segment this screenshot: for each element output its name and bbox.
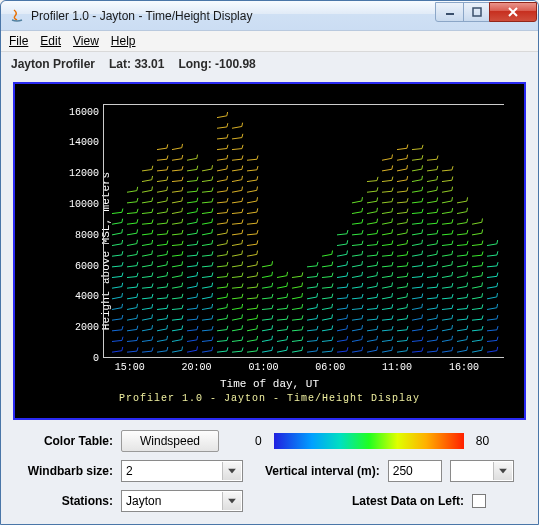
x-tick-label: 20:00 — [182, 362, 212, 373]
menu-help[interactable]: Help — [111, 34, 136, 48]
plot-area — [103, 104, 504, 358]
y-tick-label: 16000 — [69, 106, 99, 117]
menubar: File Edit View Help — [1, 31, 538, 52]
color-table-button[interactable]: Windspeed — [121, 430, 219, 452]
windbarb-field — [104, 105, 504, 357]
y-tick-label: 8000 — [75, 229, 99, 240]
stations-row: Stations: Jayton Latest Data on Left: — [15, 490, 524, 512]
color-scale-max: 80 — [476, 434, 489, 448]
y-tick-label: 6000 — [75, 260, 99, 271]
x-tick-label: 15:00 — [115, 362, 145, 373]
vertical-interval-value[interactable]: 250 — [388, 460, 442, 482]
x-tick-label: 16:00 — [449, 362, 479, 373]
java-icon — [9, 8, 25, 24]
y-tick-label: 4000 — [75, 291, 99, 302]
minimize-button[interactable] — [435, 2, 464, 22]
plot-panel: Height above MSL, meters 020004000600080… — [13, 82, 526, 420]
color-table-row: Color Table: Windspeed 0 80 — [15, 430, 524, 452]
stations-label: Stations: — [15, 494, 113, 508]
close-icon — [507, 6, 519, 18]
window-title: Profiler 1.0 - Jayton - Time/Height Disp… — [31, 9, 436, 23]
application-window: Profiler 1.0 - Jayton - Time/Height Disp… — [0, 0, 539, 525]
y-tick-label: 12000 — [69, 168, 99, 179]
color-scale-bar — [274, 433, 464, 449]
lat-display: Lat: 33.01 — [109, 57, 164, 71]
color-scale-min: 0 — [255, 434, 262, 448]
maximize-button[interactable] — [463, 2, 490, 22]
vertical-interval-label: Vertical interval (m): — [265, 464, 380, 478]
svg-rect-1 — [473, 8, 481, 16]
chevron-down-icon — [228, 469, 236, 474]
windbarb-size-select[interactable]: 2 — [121, 460, 243, 482]
y-tick-label: 14000 — [69, 137, 99, 148]
color-table-label: Color Table: — [15, 434, 113, 448]
maximize-icon — [472, 7, 482, 17]
windbarb-row: Windbarb size: 2 Vertical interval (m): … — [15, 460, 524, 482]
x-ticks: 15:0020:0001:0006:0011:0016:00 — [103, 362, 504, 374]
window-controls — [436, 2, 537, 22]
chevron-down-icon — [228, 499, 236, 504]
minimize-icon — [445, 7, 455, 17]
info-row: Jayton Profiler Lat: 33.01 Long: -100.98 — [1, 52, 538, 76]
y-tick-label: 0 — [93, 353, 99, 364]
menu-edit[interactable]: Edit — [40, 34, 61, 48]
menu-file[interactable]: File — [9, 34, 28, 48]
y-tick-label: 10000 — [69, 199, 99, 210]
y-ticks: 0200040006000800010000120001400016000 — [61, 104, 101, 358]
latest-left-checkbox[interactable] — [472, 494, 486, 508]
svg-rect-0 — [446, 13, 454, 15]
windbarb-size-label: Windbarb size: — [15, 464, 113, 478]
profiler-name: Jayton Profiler — [11, 57, 95, 71]
x-axis-label: Time of day, UT — [25, 378, 514, 390]
x-tick-label: 06:00 — [315, 362, 345, 373]
x-tick-label: 01:00 — [248, 362, 278, 373]
vertical-interval-select[interactable] — [450, 460, 514, 482]
close-button[interactable] — [489, 2, 537, 22]
titlebar[interactable]: Profiler 1.0 - Jayton - Time/Height Disp… — [1, 1, 538, 31]
controls-panel: Color Table: Windspeed 0 80 Windbarb siz… — [1, 430, 538, 524]
menu-view[interactable]: View — [73, 34, 99, 48]
y-tick-label: 2000 — [75, 322, 99, 333]
latest-left-label: Latest Data on Left: — [352, 494, 464, 508]
plot-caption: Profiler 1.0 - Jayton - Time/Height Disp… — [25, 393, 514, 404]
x-tick-label: 11:00 — [382, 362, 412, 373]
chevron-down-icon — [499, 469, 507, 474]
stations-select[interactable]: Jayton — [121, 490, 243, 512]
long-display: Long: -100.98 — [178, 57, 255, 71]
